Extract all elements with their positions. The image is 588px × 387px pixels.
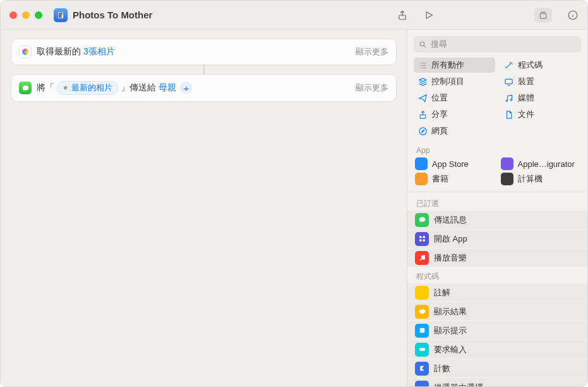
svg-rect-29 xyxy=(419,240,421,242)
svg-point-14 xyxy=(22,49,25,52)
variable-latest-photos[interactable]: 最新的相片 xyxy=(57,81,118,95)
action-row[interactable]: 顯示提示 xyxy=(407,321,587,340)
category-all[interactable]: 所有動作 xyxy=(414,58,495,73)
svg-rect-22 xyxy=(505,79,512,84)
action-row[interactable]: 註解 xyxy=(407,283,587,302)
action-row[interactable]: 要求輸入 xyxy=(407,340,587,359)
action-row[interactable]: 顯示結果 xyxy=(407,302,587,321)
grid-icon xyxy=(415,232,429,246)
messages-app-icon xyxy=(19,82,32,94)
app-icon xyxy=(415,173,428,185)
shortcuts-editor-window: Photos To Mother 取 xyxy=(0,0,588,387)
category-media[interactable]: 媒體 xyxy=(500,90,582,106)
list-icon xyxy=(417,60,428,70)
app-item[interactable]: 計算機 xyxy=(501,173,580,185)
scripting-section-label: 程式碼 xyxy=(407,267,587,283)
music-icon xyxy=(504,93,514,103)
category-docs[interactable]: 文件 xyxy=(500,107,582,122)
svg-point-21 xyxy=(420,42,424,46)
category-share[interactable]: 分享 xyxy=(414,107,495,122)
svg-rect-2 xyxy=(59,15,60,16)
stack-icon xyxy=(417,77,428,87)
workflow-editor[interactable]: 取得最新的 3張相片 顯示更多 將「 最新的相片 」傳送給 母親 xyxy=(1,30,407,386)
svg-rect-5 xyxy=(60,16,61,17)
info-button[interactable] xyxy=(567,9,579,21)
minimize-window-button[interactable] xyxy=(22,11,30,19)
pinned-section-label: 已訂選 xyxy=(407,195,587,211)
run-button[interactable] xyxy=(423,9,435,21)
category-location[interactable]: 位置 xyxy=(414,90,495,106)
search-placeholder: 搜尋 xyxy=(431,39,447,50)
lines-icon xyxy=(415,286,429,300)
input-icon xyxy=(415,343,429,357)
app-item[interactable]: Apple…igurator xyxy=(501,157,580,170)
category-web[interactable]: 網頁 xyxy=(414,123,495,138)
svg-rect-4 xyxy=(59,16,60,17)
action-get-latest-photos[interactable]: 取得最新的 3張相片 顯示更多 xyxy=(11,39,397,65)
shortcut-icon xyxy=(54,8,68,22)
library-toggle-button[interactable] xyxy=(534,8,552,23)
action-connector xyxy=(203,65,205,74)
eye-icon xyxy=(415,305,429,319)
divider xyxy=(407,192,587,192)
action-send-message[interactable]: 將「 最新的相片 」傳送給 母親 + 顯示更多 xyxy=(11,74,397,102)
svg-point-26 xyxy=(419,127,426,134)
app-item[interactable]: App Store xyxy=(415,157,495,170)
fullscreen-window-button[interactable] xyxy=(35,11,42,19)
action-row[interactable]: 開啟 App xyxy=(407,230,587,249)
menu-icon xyxy=(415,381,429,387)
svg-point-31 xyxy=(419,259,421,261)
category-controls[interactable]: 控制項目 xyxy=(414,74,495,89)
photo-count-token[interactable]: 3張相片 xyxy=(83,46,115,58)
svg-rect-30 xyxy=(423,240,424,242)
action-text: 取得最新的 xyxy=(37,46,81,58)
safari-icon xyxy=(417,126,428,136)
photos-variable-icon xyxy=(63,85,69,91)
app-icon xyxy=(501,157,513,170)
window-controls xyxy=(9,11,42,19)
action-row[interactable]: 傳送訊息 xyxy=(407,211,587,230)
actions-list: 已訂選 傳送訊息開啟 App播放音樂 程式碼 註解顯示結果顯示提示要求輸入計數從… xyxy=(407,195,587,386)
category-devices[interactable]: 裝置 xyxy=(500,74,582,89)
action-library-sidebar: 搜尋 所有動作程式碼控制項目裝置位置媒體分享文件網頁 App App Store… xyxy=(407,30,587,386)
navigate-icon xyxy=(417,93,428,103)
shortcut-title: Photos To Mother xyxy=(73,9,152,20)
svg-rect-7 xyxy=(540,13,546,18)
svg-point-24 xyxy=(510,99,512,101)
action-row[interactable]: 計數 xyxy=(407,359,587,378)
app-item[interactable]: 書籍 xyxy=(415,173,495,185)
action-text: 將「 xyxy=(37,82,54,94)
svg-point-33 xyxy=(421,310,423,312)
action-row[interactable]: 播放音樂 xyxy=(407,249,587,267)
share-icon xyxy=(417,109,428,120)
recipient-token[interactable]: 母親 xyxy=(159,82,176,94)
display-icon xyxy=(504,77,514,87)
apps-grid: App StoreApple…igurator書籍計算機 xyxy=(407,156,587,189)
svg-rect-1 xyxy=(59,13,63,14)
action-text: 」傳送給 xyxy=(121,82,156,94)
svg-rect-28 xyxy=(423,236,424,238)
sigma-icon xyxy=(415,362,429,376)
music-icon xyxy=(415,251,429,265)
show-more-button[interactable]: 顯示更多 xyxy=(356,46,388,58)
svg-rect-3 xyxy=(60,15,61,16)
svg-rect-34 xyxy=(419,328,424,333)
search-icon xyxy=(419,40,427,49)
show-more-button[interactable]: 顯示更多 xyxy=(356,82,388,94)
action-row[interactable]: 從選單中選擇 xyxy=(407,378,587,386)
add-recipient-button[interactable]: + xyxy=(180,82,193,94)
search-field[interactable]: 搜尋 xyxy=(414,36,581,52)
square-icon xyxy=(415,324,429,338)
share-button[interactable] xyxy=(397,9,408,21)
doc-icon xyxy=(504,109,514,120)
titlebar: Photos To Mother xyxy=(1,1,587,30)
svg-rect-27 xyxy=(419,236,421,238)
app-icon xyxy=(501,173,513,185)
svg-point-20 xyxy=(64,87,66,89)
wand-icon xyxy=(504,60,514,70)
app-icon xyxy=(415,157,428,170)
svg-point-32 xyxy=(423,259,424,260)
svg-point-23 xyxy=(506,100,508,102)
close-window-button[interactable] xyxy=(9,11,17,19)
category-code[interactable]: 程式碼 xyxy=(500,58,582,73)
